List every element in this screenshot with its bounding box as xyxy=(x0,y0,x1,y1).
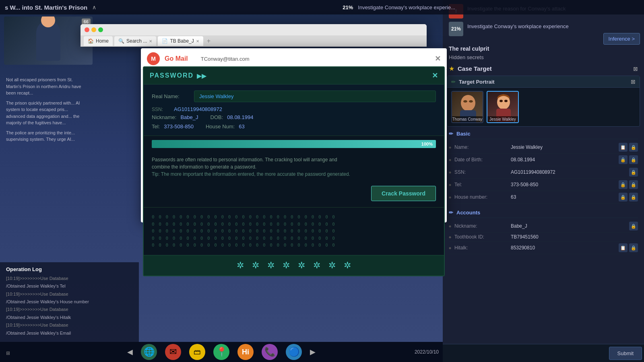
dob-lock2-btn[interactable]: 🔒 xyxy=(629,155,638,164)
asterisk-8: ✲ xyxy=(344,260,351,271)
new-tab-button[interactable]: + xyxy=(205,37,213,45)
taskbar-map-icon[interactable]: 📍 xyxy=(213,344,229,360)
house-lock-btn[interactable]: 🔒 xyxy=(619,193,627,202)
dob-icons: 🔒 🔒 xyxy=(619,155,638,164)
case-target-expand-icon[interactable]: ⊠ xyxy=(633,66,638,72)
taskbar-phone-icon[interactable]: 📞 xyxy=(262,344,278,360)
search-tab-close[interactable]: ✕ xyxy=(149,39,152,43)
person-subrow: Nickname: Babe_J DOB: 08.08.1994 xyxy=(152,114,436,120)
op-log-entry-3: [10:19]>>>>>>>>Use Database xyxy=(6,291,133,297)
operation-log: Operation Log [10:19]>>>>>>>>Use Databas… xyxy=(0,262,139,342)
bullet-house: ◆ xyxy=(449,195,451,199)
email-close-btn[interactable]: ✕ xyxy=(435,54,441,63)
svg-point-6 xyxy=(500,100,503,102)
task-text-2: Investigate Conway's workplace experienc… xyxy=(467,22,569,30)
binary-row-4: 0 0 0 0 0 0 0 0 0 0 0 0 0 0 0 0 0 0 0 0 … xyxy=(152,235,436,242)
nickname-lock-btn[interactable]: 🔒 xyxy=(629,222,638,230)
news-text-area: Not all escaped prisoners from St. Marti… xyxy=(0,72,89,147)
taskbar-prev-arrow[interactable]: ◀ xyxy=(127,348,133,356)
basic-info-section: ✏ Basic ◆ Name: Jessie Walkley 📋 🔒 ◆ Dat… xyxy=(443,127,644,206)
dot-red[interactable] xyxy=(85,27,89,32)
name-lock-btn[interactable]: 🔒 xyxy=(629,143,638,152)
tel-value: 373-508-850 xyxy=(511,182,619,187)
op-log-entry-8: /Obtained Jessie Walkley's Email xyxy=(6,330,133,336)
name-copy-btn[interactable]: 📋 xyxy=(619,143,627,152)
nickname-icons: 🔒 xyxy=(629,222,638,230)
nickname-value: Babe_J xyxy=(511,223,629,229)
email-from-address: TConway@titan.com xyxy=(201,56,250,62)
hitalk-icons: 📋 🔒 xyxy=(619,243,638,252)
top-bar-chevron[interactable]: ∧ xyxy=(92,4,96,10)
case-target-label: Case Target xyxy=(458,65,492,72)
target-portrait: ✏ Target Portrait ⊠ Thomas Conway xyxy=(447,76,640,127)
toothbook-value: TB79451560 xyxy=(511,234,638,240)
submit-bar: Submit xyxy=(443,344,644,362)
taskbar-toothbook-icon[interactable]: 🔵 xyxy=(286,344,302,360)
taskbar-db-icon[interactable]: 🗃 xyxy=(189,344,205,360)
portrait-faces: Thomas Conway Jessie Walkley xyxy=(447,88,640,126)
search-tab-icon: 🔍 xyxy=(118,38,124,44)
submit-button[interactable]: Submit xyxy=(609,347,642,360)
nickname-pwd-value: Babe_J xyxy=(180,114,198,120)
svg-point-0 xyxy=(461,95,475,111)
op-log-entry-4: /Obtained Jessie Walkley's House number xyxy=(6,299,133,305)
culprit-text: The real culprit xyxy=(443,43,644,53)
browser-window: 🏠 Home 🔍 Search ... ✕ 📄 TB Babe_J ✕ + xyxy=(80,24,427,47)
sub-tel: Tel: 373-508-850 xyxy=(152,123,194,130)
portrait-thomas[interactable]: Thomas Conway xyxy=(451,91,483,123)
portrait-jessie[interactable]: Jessie Walkley xyxy=(487,91,519,123)
tel-lock2-btn[interactable]: 🔒 xyxy=(629,180,638,189)
taskbar-next-arrow[interactable]: ▶ xyxy=(310,348,316,356)
password-arrows: ▶▶ xyxy=(197,72,206,80)
hitalk-copy-btn[interactable]: 📋 xyxy=(619,243,627,252)
info-row-nickname: ◆ Nickname: Babe_J 🔒 xyxy=(449,220,638,232)
search-tab-label: Search ... xyxy=(126,38,147,44)
house-pwd-label: House Num: xyxy=(206,123,235,130)
op-log-entry-2: /Obtained Jessie Walkley's Tel xyxy=(6,283,133,289)
info-row-name: ◆ Name: Jessie Walkley 📋 🔒 xyxy=(449,141,638,154)
password-modal-close-btn[interactable]: ✕ xyxy=(432,71,438,80)
browser-tab-search[interactable]: 🔍 Search ... ✕ xyxy=(114,36,156,46)
browser-tab-home[interactable]: 🏠 Home xyxy=(84,36,113,46)
progress-bar-outer: 100% xyxy=(152,140,436,148)
inference-button[interactable]: Inference > xyxy=(603,33,640,45)
dob-lock-btn[interactable]: 🔒 xyxy=(619,155,627,164)
asterisk-1: ✲ xyxy=(237,260,244,271)
browser-tab-tb[interactable]: 📄 TB Babe_J ✕ xyxy=(158,36,203,46)
info-row-hitalk: ◆ Hitalk: 853290810 📋 🔒 xyxy=(449,242,638,254)
tel-lock-btn[interactable]: 🔒 xyxy=(619,180,627,189)
bullet-ssn: ◆ xyxy=(449,171,451,174)
password-header-label: PASSWORD xyxy=(150,72,194,79)
nickname-pwd-label: Nickname: xyxy=(152,114,176,120)
op-log-entry-6: /Obtained Jessie Walkley's Hitalk xyxy=(6,315,133,321)
bullet-toothbook: ◆ xyxy=(449,235,451,239)
windows-icon[interactable]: ⊞ xyxy=(6,350,10,356)
basic-icon: ✏ xyxy=(449,131,453,137)
taskbar-hitalk-icon[interactable]: Hi xyxy=(237,344,254,360)
op-log-title: Operation Log xyxy=(6,266,133,272)
password-modal-header: PASSWORD ▶▶ ✕ xyxy=(144,67,444,84)
dob-pwd-label: DOB: xyxy=(211,114,223,120)
ssn-pwd-value: AG10119940808972 xyxy=(174,106,222,112)
character-head xyxy=(41,16,55,27)
ssn-lock-btn[interactable]: 🔒 xyxy=(629,168,638,177)
name-label: Name: xyxy=(454,144,511,150)
taskbar: ◀ 🌐 ✉ 🗃 📍 Hi 📞 🔵 ▶ 2022/10/10 ⊞ xyxy=(0,342,443,362)
hitalk-label: Hitalk: xyxy=(454,245,511,251)
taskbar-mail-icon[interactable]: ✉ xyxy=(165,344,181,360)
basic-title: Basic xyxy=(456,131,471,137)
submit-input[interactable] xyxy=(443,350,609,356)
dot-green[interactable] xyxy=(98,27,103,32)
op-log-entry-5: [10:19]>>>>>>>>Use Database xyxy=(6,306,133,313)
taskbar-globe-icon[interactable]: 🌐 xyxy=(141,344,157,360)
hitalk-lock-btn[interactable]: 🔒 xyxy=(629,243,638,252)
asterisk-5: ✲ xyxy=(298,260,305,271)
hitalk-value: 853290810 xyxy=(511,245,619,251)
portrait-expand-icon[interactable]: ⊠ xyxy=(631,78,636,85)
house-lock2-btn[interactable]: 🔒 xyxy=(629,193,638,202)
dot-yellow[interactable] xyxy=(91,27,96,32)
tb-tab-close[interactable]: ✕ xyxy=(196,39,199,43)
accounts-header: ✏ Accounts xyxy=(449,208,638,218)
crack-password-button[interactable]: Crack Password xyxy=(371,186,436,201)
jessie-label: Jessie Walkley xyxy=(487,116,518,122)
